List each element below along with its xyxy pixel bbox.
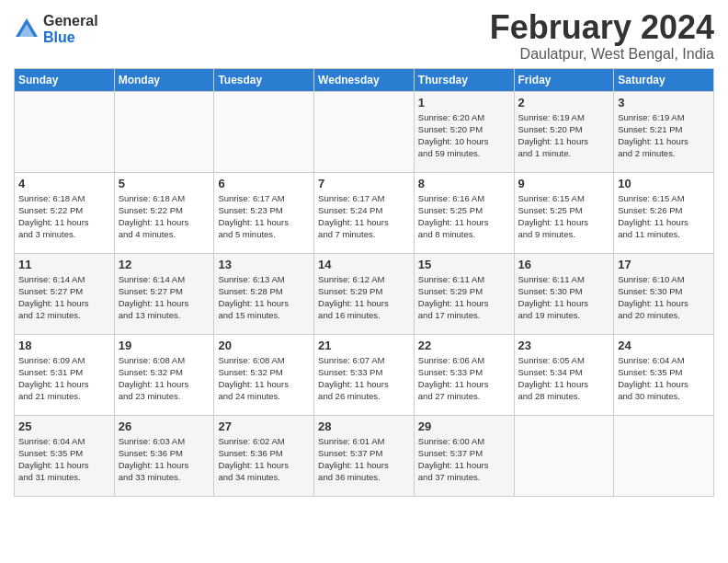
day-number: 11 [18, 258, 110, 271]
day-info: Sunrise: 6:17 AM Sunset: 5:23 PM Dayligh… [218, 192, 310, 241]
title-block: February 2024 Daulatpur, West Bengal, In… [490, 9, 714, 63]
header-cell-thursday: Thursday [414, 68, 514, 91]
day-info: Sunrise: 6:06 AM Sunset: 5:33 PM Dayligh… [418, 354, 510, 403]
day-number: 26 [119, 419, 210, 433]
calendar-cell: 25Sunrise: 6:04 AM Sunset: 5:35 PM Dayli… [15, 415, 115, 496]
calendar-cell: 17Sunrise: 6:10 AM Sunset: 5:30 PM Dayli… [614, 253, 714, 334]
day-number: 2 [518, 96, 610, 109]
day-info: Sunrise: 6:09 AM Sunset: 5:31 PM Dayligh… [18, 354, 110, 403]
day-info: Sunrise: 6:16 AM Sunset: 5:25 PM Dayligh… [418, 192, 510, 241]
logo-blue: Blue [43, 29, 98, 46]
day-number: 22 [418, 339, 510, 352]
day-info: Sunrise: 6:08 AM Sunset: 5:32 PM Dayligh… [218, 354, 310, 403]
day-info: Sunrise: 6:01 AM Sunset: 5:37 PM Dayligh… [318, 435, 410, 484]
day-info: Sunrise: 6:12 AM Sunset: 5:29 PM Dayligh… [318, 273, 410, 322]
day-number: 19 [119, 339, 210, 352]
calendar-cell: 5Sunrise: 6:18 AM Sunset: 5:22 PM Daylig… [114, 172, 214, 253]
calendar-cell: 9Sunrise: 6:15 AM Sunset: 5:25 PM Daylig… [514, 172, 614, 253]
calendar-cell: 26Sunrise: 6:03 AM Sunset: 5:36 PM Dayli… [114, 415, 214, 496]
day-info: Sunrise: 6:15 AM Sunset: 5:25 PM Dayligh… [518, 192, 610, 241]
calendar-cell: 13Sunrise: 6:13 AM Sunset: 5:28 PM Dayli… [214, 253, 314, 334]
header-row: SundayMondayTuesdayWednesdayThursdayFrid… [15, 68, 714, 91]
page-header: General Blue February 2024 Daulatpur, We… [14, 9, 714, 63]
week-row: 18Sunrise: 6:09 AM Sunset: 5:31 PM Dayli… [15, 334, 714, 415]
calendar-cell: 20Sunrise: 6:08 AM Sunset: 5:32 PM Dayli… [214, 334, 314, 415]
day-info: Sunrise: 6:13 AM Sunset: 5:28 PM Dayligh… [218, 273, 310, 322]
calendar-cell: 19Sunrise: 6:08 AM Sunset: 5:32 PM Dayli… [114, 334, 214, 415]
day-info: Sunrise: 6:18 AM Sunset: 5:22 PM Dayligh… [119, 192, 210, 241]
day-number: 5 [119, 177, 210, 190]
calendar-cell: 14Sunrise: 6:12 AM Sunset: 5:29 PM Dayli… [314, 253, 415, 334]
calendar-cell: 21Sunrise: 6:07 AM Sunset: 5:33 PM Dayli… [314, 334, 415, 415]
day-info: Sunrise: 6:11 AM Sunset: 5:29 PM Dayligh… [418, 273, 510, 322]
calendar-cell [614, 415, 714, 496]
header-cell-friday: Friday [514, 68, 614, 91]
day-number: 13 [218, 258, 310, 271]
calendar-cell: 6Sunrise: 6:17 AM Sunset: 5:23 PM Daylig… [214, 172, 314, 253]
day-info: Sunrise: 6:17 AM Sunset: 5:24 PM Dayligh… [318, 192, 410, 241]
calendar-cell: 10Sunrise: 6:15 AM Sunset: 5:26 PM Dayli… [614, 172, 714, 253]
day-number: 17 [618, 258, 710, 271]
week-row: 1Sunrise: 6:20 AM Sunset: 5:20 PM Daylig… [15, 91, 714, 172]
header-cell-sunday: Sunday [15, 68, 115, 91]
calendar-cell: 12Sunrise: 6:14 AM Sunset: 5:27 PM Dayli… [114, 253, 214, 334]
day-number: 14 [318, 258, 410, 271]
day-info: Sunrise: 6:08 AM Sunset: 5:32 PM Dayligh… [119, 354, 210, 403]
logo-general: General [43, 13, 98, 29]
day-number: 29 [418, 419, 510, 433]
calendar-cell: 24Sunrise: 6:04 AM Sunset: 5:35 PM Dayli… [614, 334, 714, 415]
day-number: 10 [618, 177, 710, 190]
day-info: Sunrise: 6:07 AM Sunset: 5:33 PM Dayligh… [318, 354, 410, 403]
day-number: 8 [418, 177, 510, 190]
week-row: 11Sunrise: 6:14 AM Sunset: 5:27 PM Dayli… [15, 253, 714, 334]
week-row: 25Sunrise: 6:04 AM Sunset: 5:35 PM Dayli… [15, 415, 714, 496]
calendar-cell [514, 415, 614, 496]
calendar-cell: 28Sunrise: 6:01 AM Sunset: 5:37 PM Dayli… [314, 415, 415, 496]
day-info: Sunrise: 6:11 AM Sunset: 5:30 PM Dayligh… [518, 273, 610, 322]
day-number: 18 [18, 339, 110, 352]
day-info: Sunrise: 6:19 AM Sunset: 5:20 PM Dayligh… [518, 111, 610, 160]
day-info: Sunrise: 6:19 AM Sunset: 5:21 PM Dayligh… [618, 111, 710, 160]
calendar-cell: 16Sunrise: 6:11 AM Sunset: 5:30 PM Dayli… [514, 253, 614, 334]
calendar-cell [114, 91, 214, 172]
day-number: 7 [318, 177, 410, 190]
calendar-cell [15, 91, 115, 172]
calendar-body: 1Sunrise: 6:20 AM Sunset: 5:20 PM Daylig… [15, 91, 714, 496]
day-number: 16 [518, 258, 610, 271]
day-number: 27 [218, 419, 310, 433]
day-info: Sunrise: 6:20 AM Sunset: 5:20 PM Dayligh… [418, 111, 510, 160]
calendar-cell: 2Sunrise: 6:19 AM Sunset: 5:20 PM Daylig… [514, 91, 614, 172]
calendar-cell [314, 91, 415, 172]
calendar-table: SundayMondayTuesdayWednesdayThursdayFrid… [14, 68, 714, 497]
header-cell-saturday: Saturday [614, 68, 714, 91]
logo-icon [14, 17, 40, 42]
day-info: Sunrise: 6:18 AM Sunset: 5:22 PM Dayligh… [18, 192, 110, 241]
logo: General Blue [14, 13, 98, 45]
month-year-title: February 2024 [490, 9, 714, 46]
day-info: Sunrise: 6:15 AM Sunset: 5:26 PM Dayligh… [618, 192, 710, 241]
day-info: Sunrise: 6:04 AM Sunset: 5:35 PM Dayligh… [618, 354, 710, 403]
day-info: Sunrise: 6:05 AM Sunset: 5:34 PM Dayligh… [518, 354, 610, 403]
day-info: Sunrise: 6:04 AM Sunset: 5:35 PM Dayligh… [18, 435, 110, 484]
header-cell-tuesday: Tuesday [214, 68, 314, 91]
day-number: 25 [18, 419, 110, 433]
calendar-cell: 8Sunrise: 6:16 AM Sunset: 5:25 PM Daylig… [414, 172, 514, 253]
calendar-cell: 27Sunrise: 6:02 AM Sunset: 5:36 PM Dayli… [214, 415, 314, 496]
day-number: 12 [119, 258, 210, 271]
day-number: 15 [418, 258, 510, 271]
header-cell-monday: Monday [114, 68, 214, 91]
logo-text: General Blue [43, 13, 98, 45]
calendar-cell: 18Sunrise: 6:09 AM Sunset: 5:31 PM Dayli… [15, 334, 115, 415]
calendar-cell: 15Sunrise: 6:11 AM Sunset: 5:29 PM Dayli… [414, 253, 514, 334]
day-number: 21 [318, 339, 410, 352]
calendar-cell: 23Sunrise: 6:05 AM Sunset: 5:34 PM Dayli… [514, 334, 614, 415]
location-subtitle: Daulatpur, West Bengal, India [490, 46, 714, 63]
calendar-cell: 7Sunrise: 6:17 AM Sunset: 5:24 PM Daylig… [314, 172, 415, 253]
day-number: 6 [218, 177, 310, 190]
day-number: 9 [518, 177, 610, 190]
day-info: Sunrise: 6:02 AM Sunset: 5:36 PM Dayligh… [218, 435, 310, 484]
day-info: Sunrise: 6:00 AM Sunset: 5:37 PM Dayligh… [418, 435, 510, 484]
calendar-cell: 1Sunrise: 6:20 AM Sunset: 5:20 PM Daylig… [414, 91, 514, 172]
day-number: 28 [318, 419, 410, 433]
day-info: Sunrise: 6:10 AM Sunset: 5:30 PM Dayligh… [618, 273, 710, 322]
